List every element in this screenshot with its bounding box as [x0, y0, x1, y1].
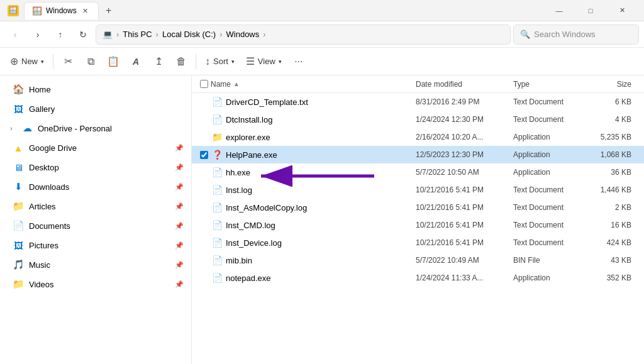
sidebar-item-pictures[interactable]: 🖼Pictures📌	[3, 236, 189, 255]
window-controls: — □ ✕	[545, 0, 636, 21]
sidebar-label-music: Music	[29, 260, 170, 270]
file-row[interactable]: 📄Inst.log10/21/2016 5:41 PMText Document…	[192, 181, 644, 199]
copy-button[interactable]: ⧉	[80, 51, 101, 72]
file-date-10: 1/24/2024 11:33 A...	[416, 273, 513, 282]
sidebar-item-home[interactable]: 🏠Home	[3, 80, 189, 99]
sidebar-item-music[interactable]: 🎵Music📌	[3, 255, 189, 274]
sidebar-item-google-drive[interactable]: ▲Google Drive📌	[3, 138, 189, 157]
active-tab[interactable]: 🪟 Windows ✕	[24, 2, 99, 19]
view-button[interactable]: ☰ View ▾	[241, 51, 287, 72]
address-computer-icon: 💻	[103, 30, 113, 39]
toolbar-separator-2	[196, 54, 196, 69]
file-date-6: 10/21/2016 5:41 PM	[416, 203, 513, 212]
file-size-7: 16 KB	[589, 221, 639, 229]
share-button[interactable]: ↥	[148, 51, 169, 72]
tab-bar: 🪟 Windows ✕ +	[24, 2, 540, 19]
cut-button[interactable]: ✂	[57, 51, 79, 72]
sidebar-pin-icon-desktop: 📌	[175, 163, 184, 172]
file-icon-4: 📄	[211, 166, 223, 179]
sidebar-item-downloads[interactable]: ⬇Downloads📌	[3, 177, 189, 196]
sort-dropdown-icon: ▾	[231, 58, 235, 65]
file-checkbox-3[interactable]	[197, 151, 211, 159]
new-icon: ⊕	[10, 55, 18, 67]
sidebar-item-onedrive[interactable]: ›☁OneDrive - Personal	[3, 119, 189, 138]
sidebar-icon-videos: 📁	[13, 279, 24, 290]
file-size-4: 36 KB	[589, 168, 639, 177]
sidebar-item-videos[interactable]: 📁Videos📌	[3, 275, 189, 294]
forward-button[interactable]: ›	[28, 25, 48, 45]
select-all-checkbox[interactable]	[200, 80, 208, 88]
column-header-date[interactable]: Date modified	[416, 80, 513, 89]
search-placeholder: Search Windows	[534, 30, 596, 39]
file-name-5: Inst.log	[226, 185, 416, 195]
file-date-4: 5/7/2022 10:50 AM	[416, 168, 513, 177]
sort-button[interactable]: ↕ Sort ▾	[200, 51, 240, 72]
file-row[interactable]: 📄notepad.exe1/24/2024 11:33 A...Applicat…	[192, 269, 644, 287]
breadcrumb-windows[interactable]: Windows	[226, 30, 260, 39]
file-type-10: Application	[513, 273, 589, 282]
file-name-6: Inst_AsModelCopy.log	[226, 203, 416, 212]
address-bar[interactable]: 💻 › This PC › Local Disk (C:) › Windows …	[96, 25, 511, 45]
file-icon-1: 📄	[211, 113, 223, 126]
sidebar-label-onedrive: OneDrive - Personal	[38, 124, 184, 133]
sidebar-label-articles: Articles	[29, 202, 170, 211]
maximize-button[interactable]: □	[576, 0, 605, 21]
new-button[interactable]: ⊕ New ▾	[5, 51, 49, 72]
breadcrumb-localdisk[interactable]: Local Disk (C:)	[162, 30, 216, 39]
file-row[interactable]: 📄Inst_AsModelCopy.log10/21/2016 5:41 PMT…	[192, 199, 644, 216]
file-type-0: Text Document	[513, 97, 589, 106]
file-size-6: 2 KB	[589, 203, 639, 212]
minimize-button[interactable]: —	[545, 0, 574, 21]
sidebar-icon-desktop: 🖥	[13, 162, 24, 173]
file-size-5: 1,446 KB	[589, 185, 639, 194]
column-header-name[interactable]: Name ▲	[211, 80, 416, 89]
file-icon-7: 📄	[211, 219, 223, 231]
sidebar-item-documents[interactable]: 📄Documents📌	[3, 216, 189, 235]
sort-arrow-name: ▲	[233, 80, 240, 87]
column-header-type[interactable]: Type	[513, 80, 589, 89]
header-checkbox[interactable]	[197, 80, 211, 88]
file-size-10: 352 KB	[589, 273, 639, 282]
file-row[interactable]: 📄hh.exe5/7/2022 10:50 AMApplication36 KB	[192, 163, 644, 181]
close-button[interactable]: ✕	[608, 0, 636, 21]
new-tab-button[interactable]: +	[100, 2, 118, 19]
toolbar-separator-1	[53, 54, 53, 69]
sidebar-item-articles[interactable]: 📁Articles📌	[3, 197, 189, 216]
sidebar: 🏠Home🖼Gallery›☁OneDrive - Personal▲Googl…	[0, 75, 192, 364]
more-button[interactable]: ···	[288, 51, 309, 72]
refresh-button[interactable]: ↻	[73, 25, 93, 45]
up-button[interactable]: ↑	[50, 25, 70, 45]
search-box[interactable]: 🔍 Search Windows	[513, 25, 639, 45]
file-row[interactable]: ❓HelpPane.exe12/5/2023 12:30 PMApplicati…	[192, 146, 644, 163]
file-row[interactable]: 📄Inst_CMD.log10/21/2016 5:41 PMText Docu…	[192, 216, 644, 234]
file-row[interactable]: 📄DriverCD_Template.txt8/31/2016 2:49 PMT…	[192, 93, 644, 111]
file-row[interactable]: 📁explorer.exe2/16/2024 10:20 A...Applica…	[192, 128, 644, 146]
paste-button[interactable]: 📋	[103, 51, 124, 72]
rename-button[interactable]: A	[125, 51, 147, 72]
new-label: New	[21, 57, 38, 66]
file-name-3: HelpPane.exe	[226, 150, 416, 160]
file-name-10: notepad.exe	[226, 273, 416, 283]
file-date-7: 10/21/2016 5:41 PM	[416, 221, 513, 229]
breadcrumb-thispc[interactable]: This PC	[123, 30, 152, 39]
file-type-6: Text Document	[513, 203, 589, 212]
tab-close-button[interactable]: ✕	[80, 6, 91, 16]
delete-button[interactable]: 🗑	[170, 51, 192, 72]
sidebar-item-desktop[interactable]: 🖥Desktop📌	[3, 158, 189, 177]
sidebar-pin-icon-videos: 📌	[175, 280, 184, 289]
address-sep1: ›	[116, 30, 119, 39]
column-header-size[interactable]: Size	[589, 80, 639, 89]
sidebar-icon-google-drive: ▲	[13, 142, 24, 153]
sidebar-label-google-drive: Google Drive	[29, 143, 170, 153]
file-icon-10: 📄	[211, 272, 223, 284]
file-row[interactable]: 📄mib.bin5/7/2022 10:49 AMBIN File43 KB	[192, 251, 644, 269]
sidebar-label-documents: Documents	[29, 221, 170, 231]
checkbox-input-3[interactable]	[200, 151, 208, 159]
file-row[interactable]: 📄Inst_Device.log10/21/2016 5:41 PMText D…	[192, 234, 644, 251]
sidebar-item-gallery[interactable]: 🖼Gallery	[3, 99, 189, 118]
file-row[interactable]: 📄DtcInstall.log1/24/2024 12:30 PMText Do…	[192, 111, 644, 128]
column-headers: Name ▲ Date modified Type Size	[192, 75, 644, 93]
sort-icon: ↕	[205, 56, 210, 67]
file-name-4: hh.exe	[226, 168, 416, 177]
back-button[interactable]: ‹	[5, 25, 25, 45]
